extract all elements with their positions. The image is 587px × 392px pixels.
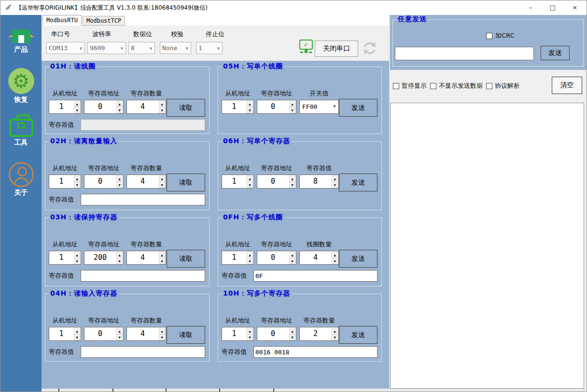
free-send-input[interactable] <box>395 47 534 60</box>
spinner-up-icon[interactable] <box>116 176 123 182</box>
spinner-down-icon[interactable] <box>74 334 80 340</box>
close-serial-port-button[interactable]: 关闭串口 <box>315 41 358 57</box>
spinner-up-icon[interactable] <box>116 101 123 107</box>
spinner-up-icon[interactable] <box>247 252 253 258</box>
spinner-down-icon[interactable] <box>159 107 165 113</box>
parity-combobox[interactable]: None <box>160 42 191 54</box>
read-button[interactable]: 读取 <box>167 326 205 344</box>
sidebar-item-restore[interactable]: 恢复 <box>0 68 42 104</box>
spinner-up-icon[interactable] <box>159 101 165 107</box>
sidebar-item-product[interactable]: 产品 <box>0 21 42 54</box>
spinner-down-icon[interactable] <box>74 107 80 113</box>
data-bits-combobox[interactable]: 8 <box>128 42 155 54</box>
spinner-up-icon[interactable] <box>247 328 253 334</box>
spinner-up-icon[interactable] <box>332 252 338 258</box>
spinner-down-icon[interactable] <box>116 182 123 188</box>
slave-address-spinner[interactable]: 1 <box>49 327 81 341</box>
register-count-spinner[interactable]: 4 <box>126 327 166 341</box>
stop-bits-combobox[interactable]: 1 <box>196 42 223 54</box>
spinner-up-icon[interactable] <box>289 328 295 334</box>
spinner-down-icon[interactable] <box>332 334 338 340</box>
register-value-spinner[interactable]: 8 <box>299 175 339 189</box>
chevron-down-icon[interactable] <box>77 42 84 54</box>
spinner-up-icon[interactable] <box>116 252 123 258</box>
spinner-up-icon[interactable] <box>289 176 295 182</box>
chevron-down-icon[interactable] <box>331 100 338 113</box>
register-value-field[interactable] <box>253 346 377 358</box>
spinner-down-icon[interactable] <box>289 182 295 188</box>
register-count-spinner[interactable]: 4 <box>126 251 166 265</box>
spinner-up-icon[interactable] <box>332 328 338 334</box>
chevron-down-icon[interactable] <box>147 42 154 54</box>
spinner-up-icon[interactable] <box>332 176 338 182</box>
spinner-down-icon[interactable] <box>247 182 253 188</box>
spinner-down-icon[interactable] <box>74 182 80 188</box>
spinner-up-icon[interactable] <box>289 101 295 107</box>
register-count-spinner[interactable]: 4 <box>126 175 166 189</box>
serial-port-combobox[interactable]: COM13 <box>46 42 85 54</box>
spinner-down-icon[interactable] <box>247 258 253 264</box>
spinner-down-icon[interactable] <box>332 258 338 264</box>
baud-rate-combobox[interactable]: 9600 <box>87 42 126 54</box>
register-address-spinner[interactable]: 0 <box>257 100 296 114</box>
read-button[interactable]: 读取 <box>167 250 205 268</box>
spinner-up-icon[interactable] <box>289 252 295 258</box>
spinner-down-icon[interactable] <box>159 182 165 188</box>
spinner-down-icon[interactable] <box>116 107 123 113</box>
crc-option[interactable]: 加CRC <box>486 31 515 40</box>
spinner-down-icon[interactable] <box>247 334 253 340</box>
register-address-spinner[interactable]: 200 <box>84 251 124 265</box>
read-button[interactable]: 读取 <box>167 99 205 117</box>
crc-checkbox[interactable] <box>486 33 492 39</box>
sidebar-item-about[interactable]: 关于 <box>0 162 42 197</box>
spinner-up-icon[interactable] <box>74 176 80 182</box>
chevron-down-icon[interactable] <box>215 42 222 54</box>
slave-address-spinner[interactable]: 1 <box>49 175 81 189</box>
spinner-down-icon[interactable] <box>116 258 123 264</box>
spinner-up-icon[interactable] <box>74 252 80 258</box>
spinner-up-icon[interactable] <box>247 101 253 107</box>
register-value-field[interactable] <box>81 119 205 131</box>
minimize-icon[interactable]: – <box>519 0 542 14</box>
switch-value-combobox[interactable]: FF00 <box>299 100 339 114</box>
spinner-down-icon[interactable] <box>74 258 80 264</box>
slave-address-spinner[interactable]: 1 <box>222 251 254 265</box>
register-value-field[interactable] <box>81 194 205 205</box>
spinner-up-icon[interactable] <box>159 328 165 334</box>
pause-display-checkbox[interactable] <box>393 83 399 89</box>
slave-address-spinner[interactable]: 1 <box>222 327 254 341</box>
sidebar-item-tools[interactable]: 工具 <box>0 113 42 147</box>
tab-modbus-rtu[interactable]: ModbusRTU <box>42 15 82 26</box>
spinner-up-icon[interactable] <box>116 328 123 334</box>
chevron-down-icon[interactable] <box>183 42 191 54</box>
log-output-area[interactable] <box>390 103 584 389</box>
spinner-down-icon[interactable] <box>332 182 338 188</box>
register-address-spinner[interactable]: 0 <box>84 175 124 189</box>
register-value-field[interactable] <box>81 346 205 358</box>
free-send-button[interactable]: 发送 <box>541 46 570 60</box>
spinner-down-icon[interactable] <box>159 334 165 340</box>
register-address-spinner[interactable]: 0 <box>257 327 296 341</box>
register-address-spinner[interactable]: 0 <box>257 175 296 189</box>
spinner-up-icon[interactable] <box>159 176 165 182</box>
slave-address-spinner[interactable]: 1 <box>49 251 81 265</box>
spinner-down-icon[interactable] <box>289 258 295 264</box>
clear-log-button[interactable]: 清空 <box>552 77 582 94</box>
register-address-spinner[interactable]: 0 <box>84 327 124 341</box>
read-button[interactable]: 读取 <box>167 174 205 191</box>
send-button[interactable]: 发送 <box>339 250 377 268</box>
spinner-up-icon[interactable] <box>74 101 80 107</box>
spinner-down-icon[interactable] <box>289 334 295 340</box>
register-address-spinner[interactable]: 0 <box>84 100 124 114</box>
register-count-spinner[interactable]: 2 <box>299 327 339 341</box>
slave-address-spinner[interactable]: 1 <box>222 100 254 114</box>
register-address-spinner[interactable]: 0 <box>257 251 296 265</box>
spinner-up-icon[interactable] <box>159 252 165 258</box>
spinner-down-icon[interactable] <box>159 258 165 264</box>
spinner-up-icon[interactable] <box>247 176 253 182</box>
tab-modbus-tcp[interactable]: ModbustTCP <box>83 16 125 26</box>
slave-address-spinner[interactable]: 1 <box>49 100 81 114</box>
protocol-parse-checkbox[interactable] <box>486 83 492 89</box>
refresh-icon[interactable] <box>362 41 377 58</box>
spinner-down-icon[interactable] <box>247 107 253 113</box>
